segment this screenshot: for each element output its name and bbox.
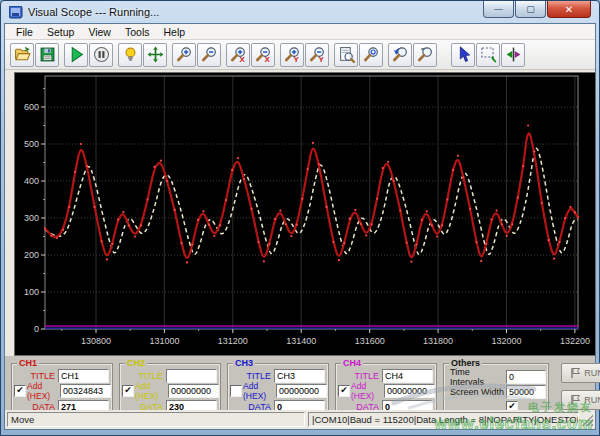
zoom-out-y-button[interactable]: Y [305, 43, 329, 67]
app-icon [9, 6, 23, 19]
zoom-window-button[interactable] [359, 43, 383, 67]
channel-group-ch3: CH3TITLEAdd (HEX)DATA [227, 363, 329, 417]
move-button[interactable] [143, 43, 167, 67]
status-com-info: |COM10|Baud = 115200|Data Length = 8|NOP… [308, 412, 579, 427]
svg-text:X: X [239, 55, 245, 63]
menu-bar: FileSetupViewToolsHelp [5, 24, 595, 40]
zoom-undo-icon [392, 46, 409, 63]
ch3-addr-checkbox[interactable] [230, 385, 242, 397]
pause-button[interactable] [89, 43, 113, 67]
zoom-in-y-icon: Y [284, 46, 301, 63]
zoom-in-button[interactable] [172, 43, 196, 67]
svg-text:X: X [264, 55, 270, 63]
addr-label: Add (HEX) [351, 381, 384, 401]
status-bar: Move |COM10|Baud = 115200|Data Length = … [5, 410, 595, 429]
svg-text:131400: 131400 [286, 336, 316, 346]
resize-grip[interactable] [581, 414, 593, 426]
ch3-title-input[interactable] [274, 369, 325, 383]
ch4-addr-input[interactable] [384, 384, 435, 398]
addr-label: Add (HEX) [243, 381, 276, 401]
zoom-out-icon [201, 46, 218, 63]
app-window: Visual Scope --- Running... — ▢ ✕ FileSe… [0, 0, 600, 436]
select-region-icon [480, 46, 497, 63]
zoom-undo-button[interactable] [388, 43, 412, 67]
time-intervals-input[interactable] [506, 370, 546, 384]
trace-ch1 [45, 133, 578, 257]
zoom-in-x-icon: X [230, 46, 247, 63]
pointer-button[interactable] [451, 43, 475, 67]
run-button[interactable] [64, 43, 88, 67]
pointer-icon [455, 46, 472, 63]
svg-text:500: 500 [24, 139, 39, 149]
ch1-title-input[interactable] [58, 369, 109, 383]
zoom-redo-icon [417, 46, 434, 63]
title-bar[interactable]: Visual Scope --- Running... — ▢ ✕ [1, 1, 599, 23]
maximize-button[interactable]: ▢ [515, 1, 546, 18]
menu-setup[interactable]: Setup [40, 25, 81, 39]
channel-group-ch4: CH4TITLE✔Add (HEX)DATA [335, 363, 437, 417]
zoom-redo-button[interactable] [413, 43, 437, 67]
light-icon [122, 46, 139, 63]
svg-text:131800: 131800 [423, 336, 453, 346]
channel-caption: CH4 [341, 358, 363, 368]
trace-ch2 [45, 148, 578, 254]
title-label: TITLE [120, 371, 166, 381]
ch4-title-input[interactable] [382, 369, 433, 383]
menu-help[interactable]: Help [156, 25, 192, 39]
svg-text:200: 200 [24, 250, 39, 260]
others-group: OthersTime IntervalsScreen Width✔ [443, 363, 549, 417]
zoom-out-x-button[interactable]: X [251, 43, 275, 67]
menu-file[interactable]: File [9, 25, 40, 39]
move-icon [147, 46, 164, 63]
open-button[interactable] [10, 43, 34, 67]
svg-text:131000: 131000 [149, 336, 179, 346]
svg-text:400: 400 [24, 176, 39, 186]
channel-group-ch1: CH1TITLE✔Add (HEX)DATA [11, 363, 113, 417]
select-region-button[interactable] [476, 43, 500, 67]
light-button[interactable] [118, 43, 142, 67]
ch2-addr-checkbox[interactable]: ✔ [122, 385, 134, 397]
svg-text:131200: 131200 [218, 336, 248, 346]
channel-group-ch2: CH2TITLE✔Add (HEX)DATA [119, 363, 221, 417]
svg-text:132200: 132200 [560, 336, 590, 346]
oscilloscope-plot[interactable]: 0100200300400500600130800131000131200131… [14, 72, 596, 356]
svg-text:131600: 131600 [355, 336, 385, 346]
title-label: TITLE [228, 371, 274, 381]
zoom-in-y-button[interactable]: Y [280, 43, 304, 67]
title-label: TITLE [12, 371, 58, 381]
menu-view[interactable]: View [81, 25, 118, 39]
ch4-addr-checkbox[interactable]: ✔ [338, 385, 350, 397]
run-button-1[interactable]: RUN [561, 363, 600, 383]
fit-page-button[interactable] [334, 43, 358, 67]
ch2-title-input[interactable] [166, 369, 217, 383]
client-area: FileSetupViewToolsHelp X X Y Y [4, 23, 596, 430]
svg-text:0: 0 [34, 324, 39, 334]
waveform-chart[interactable]: 0100200300400500600130800131000131200131… [15, 73, 593, 353]
close-button[interactable]: ✕ [547, 1, 591, 18]
svg-text:100: 100 [24, 287, 39, 297]
save-button[interactable] [35, 43, 59, 67]
cursors-button[interactable] [501, 43, 525, 67]
ch1-addr-checkbox[interactable]: ✔ [14, 385, 26, 397]
toolbar: X X Y Y [5, 40, 595, 70]
svg-text:300: 300 [24, 213, 39, 223]
zoom-out-button[interactable] [197, 43, 221, 67]
ch1-addr-input[interactable] [60, 384, 111, 398]
screen-width-input[interactable] [506, 385, 546, 399]
addr-label: Add (HEX) [135, 381, 168, 401]
zoom-in-icon [176, 46, 193, 63]
svg-text:Y: Y [293, 55, 299, 63]
zoom-in-x-button[interactable]: X [226, 43, 250, 67]
open-icon [14, 46, 31, 63]
addr-label: Add (HEX) [27, 381, 60, 401]
svg-text:Y: Y [318, 55, 324, 63]
status-mode: Move [7, 412, 305, 427]
ch2-addr-input[interactable] [168, 384, 219, 398]
svg-text:132000: 132000 [491, 336, 521, 346]
pause-icon [93, 46, 110, 63]
menu-tools[interactable]: Tools [118, 25, 157, 39]
ch3-addr-input[interactable] [276, 384, 327, 398]
minimize-button[interactable]: — [483, 1, 514, 18]
channel-caption: CH3 [233, 358, 255, 368]
window-title: Visual Scope --- Running... [28, 6, 159, 18]
